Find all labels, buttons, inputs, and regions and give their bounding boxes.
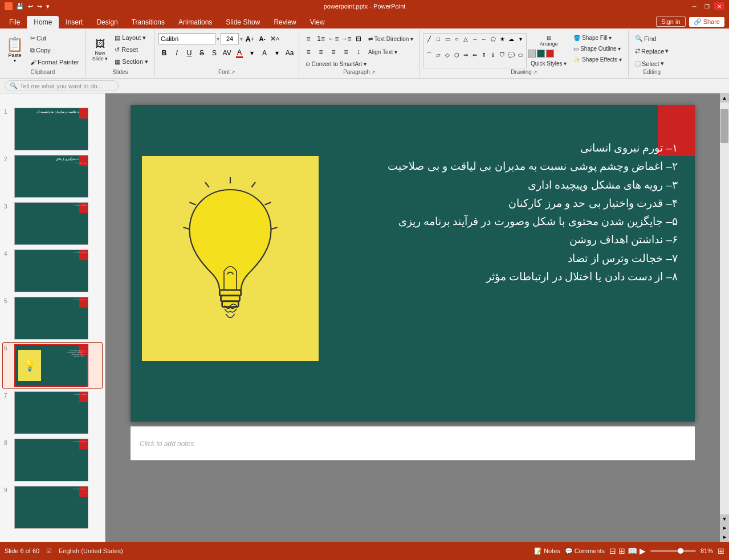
redo-button[interactable]: ↪ bbox=[36, 3, 43, 10]
shape-penta[interactable]: ⬠ bbox=[489, 35, 497, 43]
align-right-button[interactable]: ≡ bbox=[328, 46, 339, 58]
shape-ellipse[interactable]: ○ bbox=[453, 35, 461, 43]
decrease-font-button[interactable]: A- bbox=[256, 33, 268, 44]
highlight-button[interactable]: A bbox=[259, 47, 270, 59]
shape-line[interactable]: ╱ bbox=[425, 35, 433, 43]
shape-rect[interactable]: □ bbox=[434, 35, 442, 43]
clear-format-button[interactable]: ✕A bbox=[269, 33, 280, 44]
zoom-slider[interactable] bbox=[650, 550, 696, 552]
shape-rrect[interactable]: ▭ bbox=[443, 35, 451, 43]
shape-tri[interactable]: △ bbox=[462, 35, 470, 43]
align-left-button[interactable]: ≡ bbox=[303, 46, 314, 58]
cut-button[interactable]: ✂ Cut bbox=[27, 33, 82, 44]
slide-text-area[interactable]: ۱– تورم نیروی انسانی ۲– اغماض وچشم پوشی … bbox=[341, 139, 678, 286]
tab-design[interactable]: Design bbox=[89, 16, 124, 28]
text-shadow-button[interactable]: S bbox=[209, 47, 220, 59]
align-center-button[interactable]: ≡ bbox=[315, 46, 327, 58]
shape-arrow-r[interactable]: → bbox=[471, 35, 479, 43]
shape-cloud[interactable]: ☁ bbox=[507, 35, 515, 43]
font-name-input[interactable] bbox=[158, 33, 215, 44]
tab-animations[interactable]: Animations bbox=[172, 16, 219, 28]
tab-view[interactable]: View bbox=[303, 16, 332, 28]
tab-review[interactable]: Review bbox=[267, 16, 303, 28]
slide-thumb-5[interactable]: 5 محتوای اسلاید ۵ bbox=[2, 295, 103, 341]
scroll-extra-1[interactable]: ▶ bbox=[720, 524, 729, 533]
tell-me-input[interactable]: 🔍 Tell me what you want to do... bbox=[5, 80, 119, 91]
shape-arr5[interactable]: ⇓ bbox=[489, 51, 497, 59]
find-button[interactable]: 🔍 Find bbox=[632, 33, 671, 44]
layout-button[interactable]: ▤ Layout ▾ bbox=[112, 32, 151, 43]
font-size-input[interactable] bbox=[221, 33, 239, 44]
replace-button[interactable]: ⇄ Replace ▾ bbox=[632, 46, 671, 56]
convert-smartart-button[interactable]: ⊙ Convert to SmartArt ▾ bbox=[303, 59, 369, 69]
slide-thumb-9[interactable]: 9 محتوای اسلاید ۹ bbox=[2, 484, 103, 530]
fit-to-window-button[interactable]: ⊞ bbox=[718, 546, 724, 555]
font-color-dropdown[interactable]: ▾ bbox=[246, 47, 258, 59]
reading-view-button[interactable]: 📖 bbox=[628, 546, 637, 555]
normal-view-button[interactable]: ⊟ bbox=[609, 546, 616, 555]
bullets-button[interactable]: ≡ bbox=[303, 33, 314, 44]
paragraph-group-expand[interactable]: ↗ bbox=[371, 70, 376, 75]
sign-in-button[interactable]: Sign in bbox=[656, 17, 686, 27]
format-painter-button[interactable]: 🖌 Format Painter bbox=[27, 57, 82, 67]
paste-dropdown-icon[interactable]: ▾ bbox=[14, 58, 16, 63]
scroll-extra-2[interactable]: ▶ bbox=[720, 533, 729, 542]
select-button[interactable]: ⬚ Select ▾ bbox=[632, 58, 671, 69]
slide-canvas[interactable]: ۱– تورم نیروی انسانی ۲– اغماض وچشم پوشی … bbox=[131, 105, 695, 422]
increase-font-button[interactable]: A+ bbox=[244, 33, 255, 44]
tab-home[interactable]: Home bbox=[27, 16, 59, 28]
comments-button[interactable]: 💬 Comments bbox=[565, 547, 605, 555]
shape-arrow-l[interactable]: ← bbox=[480, 35, 488, 43]
slide-thumb-3[interactable]: 3 محتوای اسلاید ۳ bbox=[2, 201, 103, 247]
text-columns-button[interactable]: ⊟ bbox=[353, 33, 364, 44]
shape-diamond[interactable]: ◇ bbox=[443, 51, 451, 59]
scroll-thumb[interactable] bbox=[720, 109, 728, 143]
quick-styles-button[interactable]: Quick Styles ▾ bbox=[528, 59, 569, 68]
shape-arr4[interactable]: ⇑ bbox=[480, 51, 488, 59]
slide-thumb-6[interactable]: 6 💡 ۱– تورم نیروی انسانی ۲– اغماض وچشم پ… bbox=[2, 342, 103, 389]
font-size-dropdown[interactable]: ▾ bbox=[240, 36, 243, 42]
line-spacing-button[interactable]: ↕ bbox=[353, 46, 364, 58]
restore-button[interactable]: ❐ bbox=[702, 2, 712, 10]
shape-arr2[interactable]: ⇒ bbox=[462, 51, 470, 59]
font-size-direct[interactable]: Aa bbox=[284, 47, 295, 59]
arrange-button[interactable]: ⊞ Arrange bbox=[528, 33, 569, 48]
slide-thumb-2[interactable]: 2 مشکلات جلوگیری از خلاق متن اسلاید ۲ bbox=[2, 153, 103, 199]
text-direction-button[interactable]: ⇄ Text Direction ▾ bbox=[365, 34, 416, 44]
underline-button[interactable]: U bbox=[184, 47, 195, 59]
slide-thumb-4[interactable]: 4 محتوای اسلاید ۴ bbox=[2, 248, 103, 294]
reset-button[interactable]: ↺ Reset bbox=[112, 44, 151, 55]
shape-ribbon[interactable]: ⛉ bbox=[498, 51, 506, 59]
close-button[interactable]: ✕ bbox=[714, 2, 724, 10]
font-color-button[interactable]: A bbox=[234, 47, 245, 59]
tab-transitions[interactable]: Transitions bbox=[125, 16, 172, 28]
notes-button[interactable]: 📝 Notes bbox=[534, 547, 560, 555]
zoom-thumb[interactable] bbox=[678, 548, 683, 554]
shape-hex[interactable]: ⬡ bbox=[453, 51, 461, 59]
notes-area[interactable]: Click to add notes bbox=[131, 426, 695, 460]
shape-more[interactable]: ▾ bbox=[516, 35, 524, 43]
font-group-expand[interactable]: ↗ bbox=[231, 70, 235, 75]
shape-callout[interactable]: 💬 bbox=[507, 51, 515, 59]
copy-button[interactable]: ⧉ Copy bbox=[27, 45, 82, 56]
shape-para[interactable]: ▱ bbox=[434, 51, 442, 59]
style-swatch-2[interactable] bbox=[537, 50, 545, 58]
bold-button[interactable]: B bbox=[158, 47, 170, 59]
shape-fill-button[interactable]: 🪣 Shape Fill ▾ bbox=[571, 33, 625, 43]
shape-cylinder[interactable]: ⬭ bbox=[516, 51, 524, 59]
share-button[interactable]: 🔗 Share bbox=[689, 17, 724, 27]
shape-outline-button[interactable]: ▭ Shape Outline ▾ bbox=[571, 44, 625, 54]
paste-button[interactable]: 📋 Paste ▾ bbox=[3, 35, 26, 65]
slideshow-button[interactable]: ▶ bbox=[640, 546, 646, 555]
shape-effects-button[interactable]: ✨ Shape Effects ▾ bbox=[571, 55, 625, 64]
slide-thumb-1[interactable]: 1 مدیریت خلاقیت در سازمان ها و اهمیت آن bbox=[2, 106, 103, 152]
drawing-group-expand[interactable]: ↗ bbox=[533, 70, 537, 75]
strikethrough-button[interactable]: S bbox=[196, 47, 207, 59]
more-qa-button[interactable]: ▾ bbox=[45, 3, 51, 10]
minimize-button[interactable]: ─ bbox=[689, 2, 699, 10]
save-button[interactable]: 💾 bbox=[15, 3, 25, 10]
style-swatch-3[interactable] bbox=[546, 50, 554, 58]
highlight-dropdown[interactable]: ▾ bbox=[271, 47, 283, 59]
scroll-track[interactable] bbox=[720, 103, 729, 514]
new-slide-button[interactable]: 🖼 New Slide ▾ bbox=[89, 36, 111, 64]
